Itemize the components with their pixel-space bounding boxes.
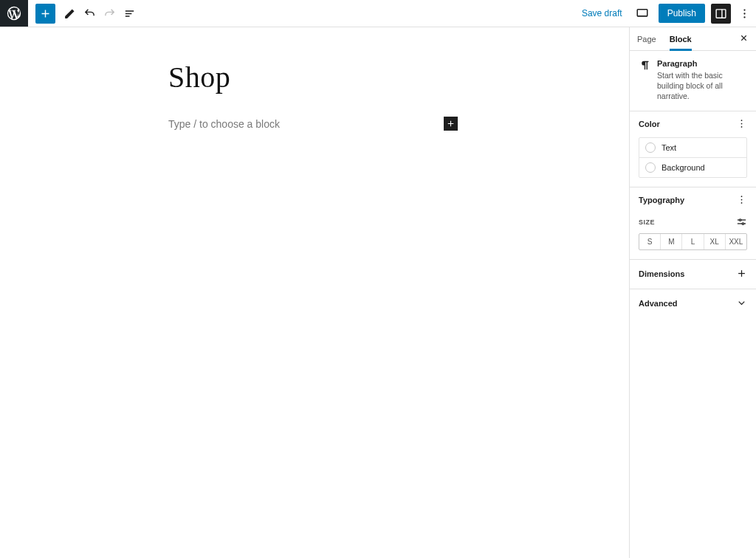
wordpress-icon [6,5,22,21]
panel-color-options[interactable] [736,118,747,131]
pencil-icon [63,7,76,20]
panel-dimensions-title: Dimensions [639,269,684,278]
panel-typography-options[interactable] [736,194,747,207]
kebab-icon [738,7,751,20]
toolbar-left [28,0,140,27]
svg-point-3 [743,9,745,10]
editor-canvas[interactable]: Shop Type / to choose a block [0,27,629,558]
panel-advanced-title: Advanced [639,299,678,308]
undo-icon [83,7,96,20]
panel-typography: Typography SIZE S M L XL XXL [630,187,756,260]
chevron-down-icon [736,297,747,309]
options-menu-button[interactable] [737,4,752,24]
svg-point-6 [741,120,743,121]
panel-color-title: Color [639,120,660,128]
svg-point-4 [743,13,745,14]
redo-button [100,4,120,24]
close-sidebar-button[interactable] [739,33,749,45]
redo-icon [103,7,116,20]
paragraph-icon [639,59,651,73]
publish-button[interactable]: Publish [659,4,705,23]
page-title[interactable]: Shop [168,60,461,94]
size-l[interactable]: L [681,234,703,249]
settings-sidebar-toggle[interactable] [711,4,731,24]
tab-block[interactable]: Block [670,27,692,51]
save-draft-button[interactable]: Save draft [577,4,627,23]
close-icon [739,33,749,43]
tools-button[interactable] [60,4,80,24]
size-xl[interactable]: XL [704,234,725,249]
swatch-empty-icon [645,162,656,173]
toolbar-right: Save draft Publish [577,0,756,27]
panel-color-toggle[interactable]: Color [630,111,756,137]
size-xxl[interactable]: XXL [725,234,746,249]
svg-point-5 [743,16,745,18]
kebab-icon [736,194,747,205]
color-background-row[interactable]: Background [639,157,746,177]
expand-advanced[interactable] [736,297,747,310]
undo-button[interactable] [80,4,100,24]
svg-point-14 [739,218,741,221]
wp-logo[interactable] [0,0,28,27]
svg-point-9 [741,196,743,197]
inline-add-block-button[interactable] [444,117,458,131]
svg-point-7 [741,123,743,124]
desktop-icon [636,7,649,20]
svg-rect-1 [716,9,726,17]
tab-page[interactable]: Page [637,27,656,51]
swatch-empty-icon [645,142,656,153]
list-icon [123,7,136,20]
empty-paragraph-block[interactable]: Type / to choose a block [168,117,458,131]
expand-dimensions[interactable] [736,268,747,280]
plus-icon [446,119,456,128]
kebab-icon [736,118,747,129]
sidebar-icon [715,7,727,20]
custom-size-button[interactable] [736,216,747,229]
plus-icon [736,268,747,279]
sliders-icon [736,216,747,227]
panel-color: Color Text Background [630,111,756,187]
color-text-row[interactable]: Text [639,138,746,157]
settings-sidebar: Page Block Paragraph Start with the basi… [629,27,756,558]
size-s[interactable]: S [639,234,660,249]
panel-typography-title: Typography [639,196,684,204]
svg-point-15 [742,222,744,224]
sidebar-tabs: Page Block [630,27,756,51]
svg-point-8 [741,126,743,128]
panel-typography-toggle[interactable]: Typography [630,187,756,213]
paragraph-placeholder: Type / to choose a block [168,118,280,130]
add-block-button[interactable] [35,4,55,24]
block-card-description: Start with the basic building block of a… [657,70,747,102]
size-m[interactable]: M [660,234,681,249]
plus-icon [39,7,52,20]
panel-advanced-toggle[interactable]: Advanced [630,289,756,318]
panel-dimensions-toggle[interactable]: Dimensions [630,260,756,289]
preview-button[interactable] [633,4,653,24]
svg-rect-0 [637,10,647,16]
color-background-label: Background [662,163,705,172]
font-size-segmented: S M L XL XXL [639,233,747,250]
block-card-name: Paragraph [657,59,747,68]
document-overview-button[interactable] [120,4,140,24]
svg-point-10 [741,199,743,200]
block-card: Paragraph Start with the basic building … [630,51,756,111]
svg-point-11 [741,202,743,204]
size-label: SIZE [639,218,655,226]
color-text-label: Text [662,143,676,152]
editor-top-bar: Save draft Publish [0,0,756,27]
